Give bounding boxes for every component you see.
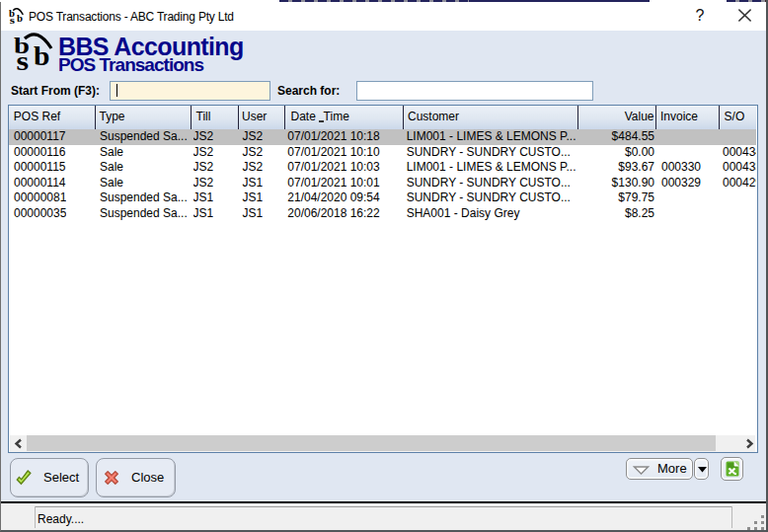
svg-text:b: b — [17, 13, 23, 25]
svg-text:s: s — [10, 15, 16, 27]
svg-text:b: b — [34, 41, 50, 71]
svg-text:s: s — [17, 46, 30, 75]
